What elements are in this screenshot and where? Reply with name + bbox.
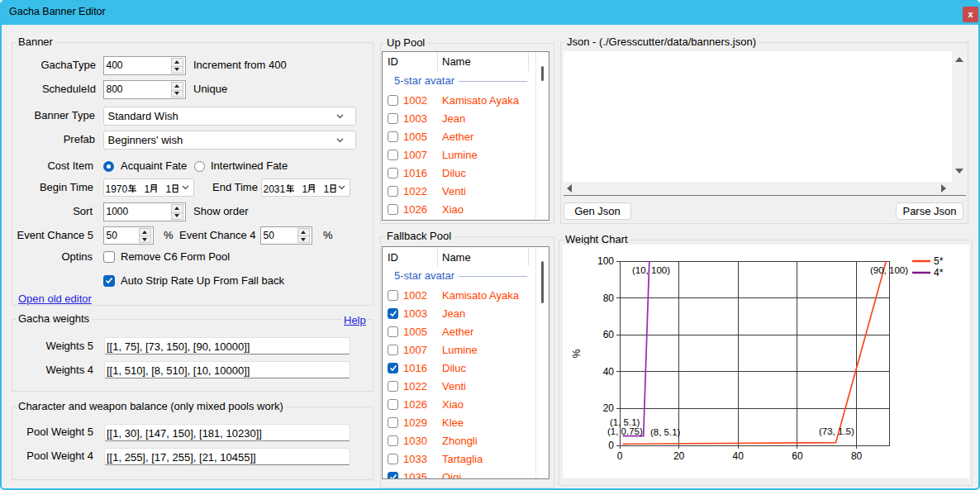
svg-text:80: 80 — [851, 450, 863, 462]
svg-text:4*: 4* — [934, 267, 944, 278]
svg-text:(8, 5.1): (8, 5.1) — [650, 427, 681, 437]
svg-text:(10, 100): (10, 100) — [632, 265, 670, 275]
svg-text:80: 80 — [603, 293, 615, 304]
svg-text:60: 60 — [792, 450, 803, 462]
svg-text:100: 100 — [597, 255, 614, 267]
svg-text:0: 0 — [608, 440, 614, 451]
svg-text:0: 0 — [617, 450, 623, 462]
svg-text:20: 20 — [603, 402, 615, 414]
svg-text:%: % — [571, 349, 583, 358]
svg-text:40: 40 — [733, 450, 745, 462]
svg-text:5*: 5* — [934, 255, 944, 267]
svg-text:60: 60 — [603, 329, 615, 340]
svg-text:(1, 0.75): (1, 0.75) — [607, 426, 643, 436]
svg-text:(73, 1.5): (73, 1.5) — [819, 426, 854, 436]
svg-text:20: 20 — [673, 450, 685, 462]
svg-text:(90, 100): (90, 100) — [870, 265, 908, 275]
svg-text:40: 40 — [603, 366, 615, 378]
